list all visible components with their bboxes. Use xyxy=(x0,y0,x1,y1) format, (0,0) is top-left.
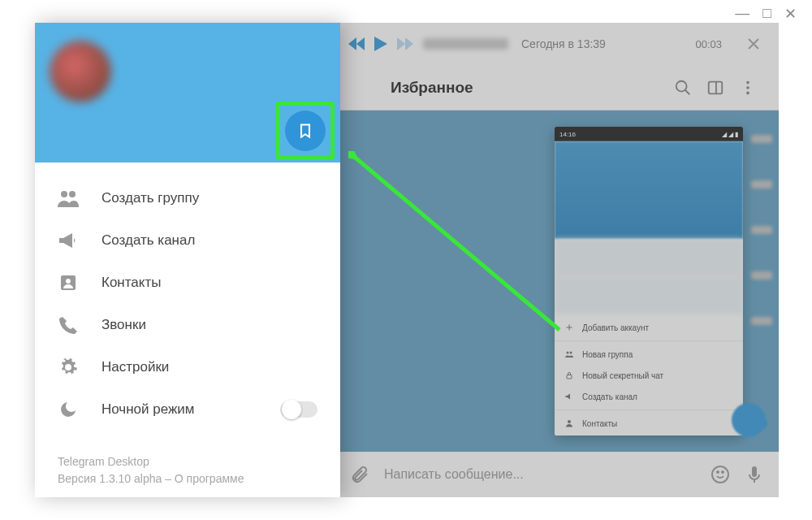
menu-label: Звонки xyxy=(102,317,146,333)
app-name: Telegram Desktop xyxy=(58,453,244,470)
menu-label: Создать канал xyxy=(102,232,195,249)
menu-settings[interactable]: Настройки xyxy=(35,346,340,388)
menu-label: Контакты xyxy=(102,275,161,291)
megaphone-icon xyxy=(58,230,79,251)
main-menu-drawer: Создать группу Создать канал Контакты Зв… xyxy=(35,23,340,497)
menu-new-channel[interactable]: Создать канал xyxy=(35,219,340,262)
drawer-header xyxy=(35,23,340,162)
window-close[interactable]: ✕ xyxy=(784,5,797,23)
app-version[interactable]: Версия 1.3.10 alpha – О программе xyxy=(58,470,244,488)
svg-point-16 xyxy=(61,191,67,197)
gear-icon xyxy=(58,357,79,378)
menu-night-mode[interactable]: Ночной режим xyxy=(35,388,340,431)
contact-icon xyxy=(58,272,79,293)
group-icon xyxy=(58,188,79,209)
menu-calls[interactable]: Звонки xyxy=(35,304,340,346)
svg-point-17 xyxy=(69,191,76,197)
menu-new-group[interactable]: Создать группу xyxy=(35,177,340,219)
drawer-footer: Telegram Desktop Версия 1.3.10 alpha – О… xyxy=(58,453,244,488)
menu-label: Настройки xyxy=(102,359,169,375)
phone-icon xyxy=(58,314,79,336)
svg-point-19 xyxy=(66,279,71,284)
saved-messages-button[interactable] xyxy=(285,110,326,151)
menu-label: Ночной режим xyxy=(102,401,195,418)
user-avatar[interactable] xyxy=(50,41,111,102)
bookmark-icon xyxy=(297,123,313,139)
window-maximize[interactable]: □ xyxy=(762,5,771,23)
moon-icon xyxy=(58,399,79,420)
menu-contacts[interactable]: Контакты xyxy=(35,262,340,304)
window-minimize[interactable]: — xyxy=(735,5,749,23)
night-mode-toggle[interactable] xyxy=(280,401,317,418)
menu-label: Создать группу xyxy=(102,190,199,206)
